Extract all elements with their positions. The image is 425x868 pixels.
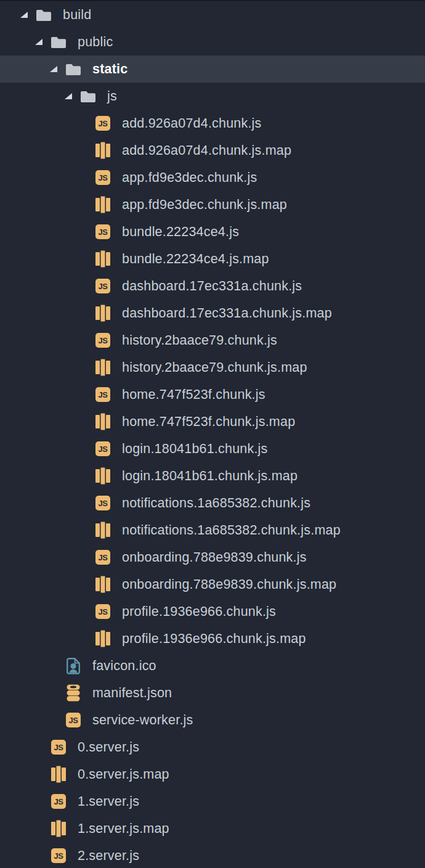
tree-item-login-18041b61-chunk-js-map[interactable]: login.18041b61.chunk.js.map [0,462,425,489]
js-file-icon: JS [95,332,111,349]
js-badge-label: JS [95,496,110,510]
item-name-label: bundle.22234ce4.js.map [122,245,269,272]
js-badge-label: JS [51,848,66,863]
item-name-label: add.926a07d4.chunk.js.map [122,137,291,164]
item-name-label: 1.server.js [78,788,139,815]
tree-item-dashboard-17ec331a-chunk-js[interactable]: JS dashboard.17ec331a.chunk.js [0,272,425,300]
folder-icon [80,88,96,105]
js-badge-label: JS [95,387,110,402]
item-name-label: notifications.1a685382.chunk.js.map [122,517,341,544]
js-badge-label: JS [66,713,81,727]
map-file-icon [95,250,111,268]
tree-item-bundle-22234ce4-js[interactable]: JS bundle.22234ce4.js [0,218,425,245]
map-file-icon [51,820,67,837]
expand-collapse-arrow-icon[interactable] [50,66,57,72]
tree-item-0-server-js-map[interactable]: 0.server.js.map [0,761,425,788]
item-name-label: onboarding.788e9839.chunk.js [122,544,307,571]
database-file-icon [65,684,81,702]
tree-item-profile-1936e966-chunk-js-map[interactable]: profile.1936e966.chunk.js.map [0,625,425,652]
js-badge-label: JS [51,794,66,809]
map-file-icon [95,196,111,213]
item-name-label: dashboard.17ec331a.chunk.js.map [122,300,332,327]
map-file-icon [95,467,111,485]
item-name-label: home.747f523f.chunk.js [122,381,265,408]
map-file-icon [95,413,111,430]
js-badge-label: JS [95,550,110,565]
tree-item-1-server-js[interactable]: JS 1.server.js [0,788,425,815]
tree-item-home-747f523f-chunk-js-map[interactable]: home.747f523f.chunk.js.map [0,408,425,435]
tree-item-2-server-js[interactable]: JS 2.server.js [0,842,425,868]
tree-item-0-server-js[interactable]: JS 0.server.js [0,734,425,761]
item-name-label: profile.1936e966.chunk.js.map [122,625,306,652]
tree-item-static[interactable]: static [0,55,425,83]
js-file-icon: JS [95,440,111,457]
folder-icon [65,60,81,78]
item-name-label: build [63,1,91,28]
tree-item-dashboard-17ec331a-chunk-js-map[interactable]: dashboard.17ec331a.chunk.js.map [0,300,425,327]
expand-collapse-arrow-icon[interactable] [35,39,42,45]
tree-item-notifications-1a685382-chunk-js[interactable]: JS notifications.1a685382.chunk.js [0,489,425,517]
js-file-icon: JS [95,115,111,132]
file-tree: build public static js JS add.926a07d4.c… [0,1,425,868]
tree-item-history-2baace79-chunk-js[interactable]: JS history.2baace79.chunk.js [0,327,425,354]
js-file-icon: JS [51,739,67,756]
tree-item-home-747f523f-chunk-js[interactable]: JS home.747f523f.chunk.js [0,381,425,408]
tree-item-profile-1936e966-chunk-js[interactable]: JS profile.1936e966.chunk.js [0,598,425,625]
map-file-icon [95,576,111,593]
tree-item-public[interactable]: public [0,28,425,55]
js-file-icon: JS [95,386,111,403]
js-file-icon: JS [95,603,111,620]
js-badge-label: JS [95,116,110,131]
expand-collapse-arrow-icon[interactable] [65,93,72,99]
tree-item-app-fd9e3dec-chunk-js-map[interactable]: app.fd9e3dec.chunk.js.map [0,191,425,218]
js-file-icon: JS [51,793,67,810]
tree-item-service-worker-js[interactable]: JS service-worker.js [0,706,425,734]
js-file-icon: JS [51,847,67,864]
tree-item-app-fd9e3dec-chunk-js[interactable]: JS app.fd9e3dec.chunk.js [0,164,425,191]
item-name-label: add.926a07d4.chunk.js [122,110,262,137]
item-name-label: dashboard.17ec331a.chunk.js [122,272,302,300]
map-file-icon [95,359,111,376]
tree-item-js[interactable]: js [0,83,425,110]
tree-item-onboarding-788e9839-chunk-js-map[interactable]: onboarding.788e9839.chunk.js.map [0,571,425,598]
js-badge-label: JS [95,170,110,185]
tree-item-notifications-1a685382-chunk-js-map[interactable]: notifications.1a685382.chunk.js.map [0,517,425,544]
item-name-label: login.18041b61.chunk.js [122,435,268,462]
js-file-icon: JS [95,169,111,186]
tree-item-favicon-ico[interactable]: favicon.ico [0,652,425,679]
folder-icon [51,33,67,51]
tree-item-bundle-22234ce4-js-map[interactable]: bundle.22234ce4.js.map [0,245,425,272]
map-file-icon [51,766,67,783]
tree-item-onboarding-788e9839-chunk-js[interactable]: JS onboarding.788e9839.chunk.js [0,544,425,571]
item-name-label: profile.1936e966.chunk.js [122,598,276,625]
item-name-label: public [78,28,113,55]
item-name-label: static [92,55,127,83]
expand-collapse-arrow-icon[interactable] [20,12,28,18]
item-name-label: service-worker.js [92,706,193,734]
map-file-icon [95,522,111,539]
tree-item-add-926a07d4-chunk-js-map[interactable]: add.926a07d4.chunk.js.map [0,137,425,164]
js-file-icon: JS [65,711,81,729]
js-file-icon: JS [95,549,111,566]
tree-item-build[interactable]: build [0,1,425,28]
tree-item-history-2baace79-chunk-js-map[interactable]: history.2baace79.chunk.js.map [0,354,425,381]
item-name-label: app.fd9e3dec.chunk.js.map [122,191,287,218]
js-badge-label: JS [95,224,110,239]
folder-icon [36,6,52,23]
item-name-label: home.747f523f.chunk.js.map [122,408,295,435]
js-file-icon: JS [95,494,111,512]
item-name-label: js [107,83,117,110]
tree-item-add-926a07d4-chunk-js[interactable]: JS add.926a07d4.chunk.js [0,110,425,137]
item-name-label: manifest.json [92,679,172,706]
item-name-label: bundle.22234ce4.js [122,218,239,245]
js-badge-label: JS [95,441,110,456]
js-badge-label: JS [95,604,110,619]
item-name-label: 0.server.js [78,734,139,761]
map-file-icon [95,630,111,647]
map-file-icon [95,142,111,159]
item-name-label: notifications.1a685382.chunk.js [122,489,310,517]
js-file-icon: JS [95,277,111,295]
tree-item-1-server-js-map[interactable]: 1.server.js.map [0,815,425,842]
tree-item-manifest-json[interactable]: manifest.json [0,679,425,706]
tree-item-login-18041b61-chunk-js[interactable]: JS login.18041b61.chunk.js [0,435,425,462]
